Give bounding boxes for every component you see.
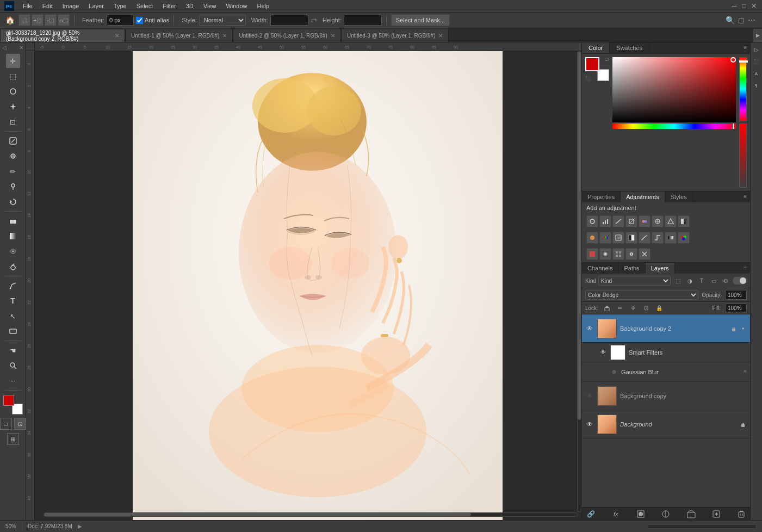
adj-hue-sat-icon[interactable] bbox=[652, 215, 664, 227]
text-tool-btn[interactable]: T bbox=[6, 294, 20, 308]
side-color-icon[interactable]: ⬛ bbox=[752, 57, 761, 66]
more-tools-btn[interactable]: ··· bbox=[6, 374, 20, 388]
more-options-btn[interactable]: ⋯ bbox=[748, 16, 755, 24]
hue-bar[interactable] bbox=[612, 123, 736, 129]
channels-tab[interactable]: Channels bbox=[582, 263, 618, 274]
maximize-btn[interactable]: □ bbox=[740, 2, 748, 10]
side-expand-btn[interactable]: ▷ bbox=[752, 45, 761, 54]
horizontal-scrollbar[interactable] bbox=[44, 512, 578, 517]
status-arrow-btn[interactable]: ▶ bbox=[78, 523, 82, 529]
swatches-tab[interactable]: Swatches bbox=[610, 42, 649, 53]
paths-tab[interactable]: Paths bbox=[618, 263, 645, 274]
default-colors-btn[interactable]: ⬛ bbox=[585, 76, 591, 81]
menu-type[interactable]: Type bbox=[109, 2, 131, 10]
add-selection-btn[interactable]: +⬚ bbox=[32, 14, 44, 26]
brush-tool-btn[interactable]: ✏ bbox=[6, 164, 20, 178]
subtract-selection-btn[interactable]: -⬚ bbox=[45, 14, 57, 26]
lock-position-btn[interactable]: ✛ bbox=[629, 304, 637, 312]
adj-levels-icon[interactable] bbox=[599, 215, 611, 227]
magic-wand-tool-btn[interactable] bbox=[6, 100, 20, 114]
swap-wh-btn[interactable]: ⇌ bbox=[311, 16, 317, 24]
lock-artboard-btn[interactable]: ⊡ bbox=[642, 304, 651, 312]
sub-layer-smart-filters[interactable]: 👁 Smart Filters bbox=[582, 343, 750, 362]
lasso-tool-btn[interactable] bbox=[6, 84, 20, 98]
lock-all-btn[interactable]: 🔒 bbox=[655, 304, 664, 312]
layer-filter-adj-btn[interactable]: ◑ bbox=[685, 276, 695, 286]
layer-filter-shape-btn[interactable]: ▭ bbox=[709, 276, 718, 286]
menu-3d[interactable]: 3D bbox=[182, 2, 198, 10]
adj-selective-color-icon[interactable] bbox=[678, 232, 690, 244]
toolbox-collapse-btn[interactable]: ◁ bbox=[2, 45, 7, 51]
layer-background-copy-2[interactable]: 👁 Background copy 2 ▾ bbox=[582, 314, 750, 343]
panels-toggle-btn[interactable]: ▶ bbox=[753, 29, 762, 42]
gaussian-blur-settings-btn[interactable]: ⚙ bbox=[610, 368, 618, 376]
move-tool-btn[interactable]: ✛ bbox=[6, 54, 20, 68]
quick-mask-on-btn[interactable]: ⊡ bbox=[14, 418, 26, 430]
quick-mask-off-btn[interactable]: □ bbox=[0, 418, 12, 430]
layer-new-btn[interactable] bbox=[711, 509, 722, 519]
adj-invert-icon[interactable] bbox=[625, 232, 637, 244]
hue-vertical-slider[interactable] bbox=[739, 57, 747, 121]
home-btn[interactable]: 🏠 bbox=[3, 14, 16, 27]
layer-filter-type-btn[interactable]: T bbox=[697, 276, 707, 286]
color-field[interactable] bbox=[612, 57, 736, 122]
layer-group-btn[interactable] bbox=[686, 509, 697, 519]
screen-mode-btn[interactable]: ⊞ bbox=[7, 433, 19, 445]
adj-extra-4-icon[interactable] bbox=[625, 248, 637, 260]
adj-brightness-icon[interactable] bbox=[586, 215, 598, 227]
toolbox-close-btn[interactable]: ✕ bbox=[19, 45, 23, 51]
layer-bc2-visibility[interactable]: 👁 bbox=[585, 324, 594, 333]
intersect-selection-btn[interactable]: ∩⬚ bbox=[58, 14, 70, 26]
color-panel-menu-btn[interactable]: ≡ bbox=[740, 42, 750, 53]
eraser-tool-btn[interactable] bbox=[6, 214, 20, 228]
select-mask-btn[interactable]: Select and Mask... bbox=[391, 14, 450, 26]
layer-filter-smart-btn[interactable]: ⚙ bbox=[721, 276, 730, 286]
adjustments-tab[interactable]: Adjustments bbox=[621, 191, 665, 202]
fill-input[interactable] bbox=[725, 304, 747, 312]
swap-colors-btn[interactable]: ⇌ bbox=[605, 57, 609, 62]
clone-tool-btn[interactable] bbox=[6, 180, 20, 194]
layer-background[interactable]: 👁 Background bbox=[582, 410, 750, 438]
vertical-scrollbar[interactable] bbox=[577, 51, 581, 512]
layer-fx-btn[interactable]: fx bbox=[610, 509, 621, 519]
adj-gradient-map-icon[interactable] bbox=[665, 232, 677, 244]
layer-bc2-more-icon[interactable]: ▾ bbox=[739, 325, 747, 332]
style-select[interactable]: Normal Fixed Ratio Fixed Size bbox=[199, 15, 246, 26]
lock-transparency-btn[interactable] bbox=[603, 304, 611, 312]
properties-tab[interactable]: Properties bbox=[582, 191, 621, 202]
adj-pattern-fill-icon[interactable] bbox=[612, 248, 624, 260]
adj-gradient-fill-icon[interactable] bbox=[599, 248, 611, 260]
eyedropper-tool-btn[interactable] bbox=[6, 134, 20, 148]
height-input[interactable] bbox=[344, 15, 382, 26]
menu-file[interactable]: File bbox=[18, 2, 37, 10]
healing-tool-btn[interactable] bbox=[6, 149, 20, 163]
adj-extra-5-icon[interactable] bbox=[639, 248, 651, 260]
adj-threshold-icon[interactable] bbox=[652, 232, 664, 244]
layer-filter-select[interactable]: Kind Name Effect bbox=[598, 276, 671, 286]
menu-layer[interactable]: Layer bbox=[84, 2, 108, 10]
smart-filters-visibility[interactable]: 👁 bbox=[599, 349, 607, 356]
lock-image-btn[interactable]: ✏ bbox=[616, 304, 624, 312]
styles-tab[interactable]: Styles bbox=[665, 191, 693, 202]
adj-bw-icon[interactable] bbox=[678, 215, 690, 227]
width-input[interactable] bbox=[270, 15, 308, 26]
tab-0[interactable]: girl-3033718_1920.jpg @ 50% (Background … bbox=[0, 29, 125, 42]
path-select-tool-btn[interactable]: ↖ bbox=[6, 309, 20, 323]
layers-tab[interactable]: Layers bbox=[646, 263, 675, 274]
adj-color-lookup-icon[interactable]: 3D bbox=[612, 232, 624, 244]
tab-3[interactable]: Untitled-3 @ 50% (Layer 1, RGB/8#) ✕ bbox=[341, 29, 449, 42]
search-btn[interactable]: 🔍 bbox=[726, 16, 735, 24]
side-text-icon[interactable]: ¶ bbox=[752, 81, 761, 90]
new-selection-btn[interactable]: ⬚ bbox=[18, 14, 30, 26]
dodge-tool-btn[interactable] bbox=[6, 259, 20, 274]
menu-filter[interactable]: Filter bbox=[158, 2, 180, 10]
menu-window[interactable]: Window bbox=[221, 2, 251, 10]
layer-adjustment-btn[interactable] bbox=[660, 509, 671, 519]
workspace-btn[interactable]: ◻ bbox=[738, 16, 745, 24]
adj-solid-color-icon[interactable] bbox=[586, 248, 598, 260]
alpha-vertical-slider[interactable] bbox=[739, 123, 747, 188]
adj-exposure-icon[interactable] bbox=[625, 215, 637, 227]
tab-0-close[interactable]: ✕ bbox=[115, 33, 119, 39]
adj-posterize-icon[interactable] bbox=[639, 232, 651, 244]
layers-panel-menu-btn[interactable]: ≡ bbox=[740, 263, 750, 274]
